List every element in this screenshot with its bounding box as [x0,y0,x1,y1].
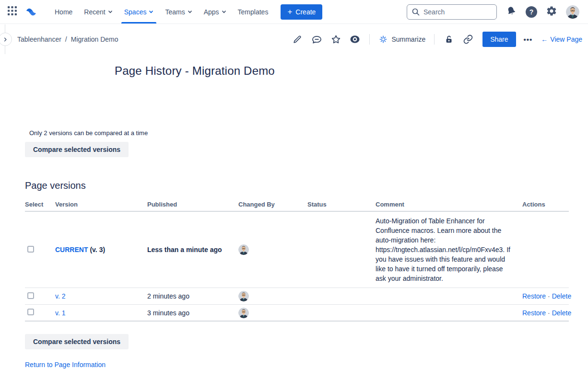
nav-label: Home [55,8,72,16]
watch-button[interactable] [347,32,363,46]
top-navigation: Home Recent Spaces Teams Apps Templates … [0,0,588,24]
nav-item-home[interactable]: Home [49,0,78,23]
search-input[interactable] [407,4,497,20]
summarize-label: Summarize [391,35,425,43]
page-versions-table: Select Version Published Changed By Stat… [25,198,569,322]
copy-link-button[interactable] [460,32,476,46]
version-link[interactable]: v. 2 [55,292,66,300]
column-header-published: Published [147,201,238,208]
chevron-down-icon [149,10,153,14]
changed-by-avatar[interactable] [238,308,249,318]
chevron-down-icon [188,10,192,14]
comment-icon [311,34,322,45]
confluence-logo[interactable] [24,6,38,18]
ai-sparkle-icon [378,35,388,44]
view-page-link[interactable]: ← View Page [541,35,582,43]
version-checkbox[interactable] [27,292,34,299]
breadcrumb-page-link[interactable]: Migration Demo [71,35,118,43]
question-mark-icon: ? [526,6,537,18]
user-avatar [566,5,579,19]
column-header-version: Version [55,201,147,208]
table-row: CURRENT(v. 3) Less than a minute ago Aut… [25,212,569,288]
page-title: Page History - Migration Demo [115,64,588,78]
create-button[interactable]: + Create [281,4,322,20]
notifications-button[interactable] [506,5,517,19]
column-header-changed-by: Changed By [238,201,307,208]
more-actions-button[interactable]: ••• [520,35,537,44]
version-checkbox[interactable] [27,309,34,315]
column-header-comment: Comment [376,201,522,208]
comments-button[interactable] [309,32,324,46]
page-toolbar: Summarize Share ••• ← View Page [290,32,582,47]
delete-link[interactable]: Delete [552,292,571,300]
breadcrumb-separator: / [65,35,67,43]
profile-button[interactable] [566,5,579,19]
star-icon [330,34,341,45]
plus-icon: + [287,8,292,16]
version-comment: Auto-Migration of Table Enhancer for Con… [376,212,522,288]
column-header-actions: Actions [522,201,569,208]
summarize-button[interactable]: Summarize [376,35,427,44]
changed-by-avatar[interactable] [238,291,249,301]
changed-by-avatar[interactable] [238,244,249,255]
page-versions-heading: Page versions [25,180,588,191]
compare-selected-versions-button-top[interactable]: Compare selected versions [25,142,129,157]
nav-label: Teams [165,8,185,16]
return-to-page-information-link[interactable]: Return to Page Information [25,361,106,368]
nav-item-recent[interactable]: Recent [78,0,118,23]
published-time: 2 minutes ago [147,292,238,300]
actions-cell: Restore·Delete [522,292,569,300]
expand-sidebar-button[interactable] [0,33,12,46]
favorite-button[interactable] [328,32,343,46]
app-switcher-button[interactable] [6,6,18,18]
bell-icon [506,5,517,19]
grid-icon [8,6,17,17]
create-button-label: Create [295,8,316,16]
gear-icon [546,5,557,19]
compare-selected-versions-button-bottom[interactable]: Compare selected versions [25,334,129,349]
compare-hint-text: Only 2 versions can be compared at a tim… [29,129,588,137]
action-separator: · [548,309,550,317]
breadcrumb: Tableenhancer / Migration Demo [17,35,118,43]
current-version-link[interactable]: CURRENT [55,246,88,253]
nav-item-apps[interactable]: Apps [198,0,232,23]
eye-icon [349,34,361,45]
restore-link[interactable]: Restore [522,309,546,317]
nav-item-teams[interactable]: Teams [159,0,198,23]
pencil-icon [292,34,303,45]
action-separator: · [548,292,550,300]
table-row: v. 1 3 minutes ago Restore·Delete [25,305,569,322]
nav-item-spaces[interactable]: Spaces [118,0,160,23]
table-row: v. 2 2 minutes ago Restore·Delete [25,288,569,305]
published-time: 3 minutes ago [147,309,238,317]
chevron-down-icon [222,10,226,14]
toolbar-divider [434,34,435,45]
version-link[interactable]: v. 1 [55,309,66,317]
delete-link[interactable]: Delete [552,309,571,317]
breadcrumb-space-link[interactable]: Tableenhancer [17,35,61,43]
nav-label: Apps [204,8,219,16]
restrictions-button[interactable] [441,32,457,46]
search-icon [412,8,420,16]
restore-link[interactable]: Restore [522,292,546,300]
version-number: (v. 3) [90,246,105,253]
version-checkbox[interactable] [27,246,34,253]
link-icon [463,34,473,45]
view-page-label: View Page [550,35,582,43]
nav-label: Recent [84,8,105,16]
question-glyph: ? [529,8,534,16]
help-button[interactable]: ? [526,6,537,18]
left-arrow-icon: ← [541,35,548,43]
share-button[interactable]: Share [482,32,516,47]
nav-label: Spaces [124,8,147,16]
nav-item-templates[interactable]: Templates [232,0,274,23]
chevron-down-icon [108,10,113,14]
settings-button[interactable] [546,5,557,19]
toolbar-divider [369,34,370,45]
chevron-right-icon [2,36,9,43]
main-content: Page History - Migration Demo Only 2 ver… [0,64,588,369]
column-header-select: Select [25,201,55,208]
nav-label: Templates [238,8,269,16]
edit-button[interactable] [290,32,305,46]
unlock-icon [444,34,454,45]
